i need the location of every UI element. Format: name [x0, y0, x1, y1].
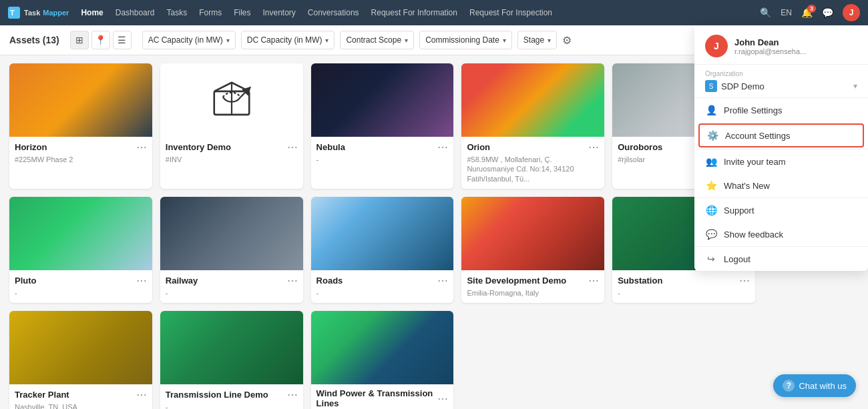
asset-more-button[interactable]: ⋯: [136, 274, 147, 287]
chat-button[interactable]: ? Chat with us: [773, 374, 856, 397]
nav-inventory[interactable]: Inventory: [262, 8, 295, 17]
account-settings-item[interactable]: ⚙️ Account Settings: [698, 123, 864, 147]
asset-name: Transmission Line Demo: [166, 390, 268, 400]
dropdown-avatar: J: [705, 35, 728, 57]
asset-name-row: Site Development Demo ⋯: [467, 274, 599, 287]
asset-subtitle: #225MW Phase 2: [15, 155, 147, 164]
asset-info: Transmission Line Demo ⋯ -: [160, 384, 303, 409]
asset-more-button[interactable]: ⋯: [136, 388, 147, 401]
asset-more-button[interactable]: ⋯: [437, 274, 448, 287]
logo-task: Task: [24, 9, 40, 17]
asset-name: Orion: [467, 142, 490, 152]
asset-card[interactable]: Pluto ⋯ -: [9, 197, 152, 303]
account-settings-label: Account Settings: [725, 131, 791, 141]
asset-info: Orion ⋯ #58.9MW , Mollafenari, Ç. Nuruos…: [461, 137, 604, 189]
messages-icon[interactable]: 💬: [822, 7, 833, 18]
asset-info: Inventory Demo ⋯ #INV: [160, 137, 303, 169]
asset-thumbnail: [160, 63, 303, 137]
map-view-button[interactable]: 📍: [91, 31, 110, 49]
asset-name: Substation: [618, 276, 662, 286]
asset-name: Pluto: [15, 276, 37, 286]
page-title: Assets (13): [9, 35, 59, 45]
logout-label: Logout: [724, 254, 750, 264]
asset-name-row: Inventory Demo ⋯: [166, 141, 298, 153]
chevron-down-icon[interactable]: ▾: [853, 81, 857, 91]
nav-forms[interactable]: Forms: [199, 8, 222, 17]
org-name[interactable]: S SDP Demo: [705, 80, 765, 92]
dc-capacity-filter[interactable]: DC Capacity (in MW) ▾: [241, 31, 335, 49]
org-icon: S: [705, 80, 717, 92]
asset-thumbnail: [461, 197, 604, 270]
column-settings-icon[interactable]: ⚙: [562, 34, 572, 47]
asset-more-button[interactable]: ⋯: [588, 274, 599, 287]
nav-rfinspection[interactable]: Request For Inspection: [469, 8, 552, 17]
support-label: Support: [724, 206, 754, 216]
asset-more-button[interactable]: ⋯: [287, 388, 298, 401]
nav-files[interactable]: Files: [234, 8, 250, 17]
asset-subtitle: Emilia-Romagna, Italy: [467, 288, 599, 298]
asset-card[interactable]: Orion ⋯ #58.9MW , Mollafenari, Ç. Nuruos…: [461, 63, 604, 189]
asset-more-button[interactable]: ⋯: [136, 141, 147, 153]
asset-thumbnail: [9, 311, 152, 384]
dc-capacity-label: DC Capacity (in MW): [247, 35, 322, 45]
stage-filter[interactable]: Stage ▾: [517, 31, 557, 49]
nav-tasks[interactable]: Tasks: [166, 8, 187, 17]
asset-card[interactable]: Roads ⋯ -: [311, 197, 454, 303]
asset-more-button[interactable]: ⋯: [437, 141, 448, 153]
map-icon: 📍: [95, 35, 106, 45]
asset-card[interactable]: Railway ⋯ -: [160, 197, 303, 303]
invite-team-label: Invite your team: [724, 157, 786, 167]
whats-new-item[interactable]: ⭐ What's New: [694, 173, 868, 197]
logout-item[interactable]: ↪ Logout: [694, 247, 868, 271]
notification-badge: 3: [807, 5, 816, 13]
settings-icon: ⚙️: [706, 129, 718, 141]
chevron-down-icon: ▾: [548, 37, 551, 44]
support-item[interactable]: 🌐 Support: [694, 198, 868, 222]
user-avatar-button[interactable]: J: [843, 4, 860, 21]
asset-card[interactable]: Transmission Line Demo ⋯ -: [160, 311, 303, 409]
asset-card[interactable]: Wind Power & Transmission Lines ⋯ #WPTL: [311, 311, 454, 409]
notifications-icon[interactable]: 🔔 3: [801, 7, 813, 18]
org-label: Organization: [705, 70, 857, 77]
asset-thumbnail: [160, 311, 303, 384]
profile-settings-item[interactable]: 👤 Profile Settings: [694, 98, 868, 122]
invite-team-item[interactable]: 👥 Invite your team: [694, 149, 868, 173]
asset-card[interactable]: Tracker Plant ⋯ Nashville, TN, USA: [9, 311, 152, 409]
list-icon: ☰: [118, 35, 126, 45]
asset-card[interactable]: Site Development Demo ⋯ Emilia-Romagna, …: [461, 197, 604, 303]
show-feedback-item[interactable]: 💬 Show feedback: [694, 222, 868, 246]
asset-thumbnail: [461, 63, 604, 137]
asset-info: Site Development Demo ⋯ Emilia-Romagna, …: [461, 270, 604, 303]
asset-more-button[interactable]: ⋯: [287, 141, 298, 153]
asset-more-button[interactable]: ⋯: [588, 141, 599, 153]
asset-more-button[interactable]: ⋯: [437, 392, 448, 405]
search-icon[interactable]: 🔍: [760, 7, 771, 18]
star-icon: ⭐: [705, 179, 717, 191]
asset-thumbnail: [160, 197, 303, 270]
chat-label: Chat with us: [799, 381, 847, 391]
asset-card[interactable]: Inventory Demo ⋯ #INV: [160, 63, 303, 189]
app-logo[interactable]: T TaskMapper: [8, 7, 69, 19]
asset-name-row: Horizon ⋯: [15, 141, 147, 153]
nav-rfi[interactable]: Request For Information: [371, 8, 457, 17]
contract-scope-filter[interactable]: Contract Scope ▾: [340, 31, 414, 49]
nav-conversations[interactable]: Conversations: [308, 8, 359, 17]
asset-info: Roads ⋯ -: [311, 270, 454, 303]
asset-name-row: Wind Power & Transmission Lines ⋯: [316, 388, 449, 408]
list-view-button[interactable]: ☰: [113, 31, 132, 49]
grid-view-button[interactable]: ⊞: [70, 31, 89, 49]
asset-thumbnail: [311, 63, 454, 137]
asset-more-button[interactable]: ⋯: [287, 274, 298, 287]
ac-capacity-filter[interactable]: AC Capacity (in MW) ▾: [142, 31, 236, 49]
asset-card[interactable]: Horizon ⋯ #225MW Phase 2: [9, 63, 152, 189]
nav-home[interactable]: Home: [81, 8, 103, 17]
language-selector[interactable]: EN: [781, 8, 792, 17]
commissioning-date-label: Commissioning Date: [425, 35, 499, 45]
profile-settings-label: Profile Settings: [724, 105, 782, 115]
asset-name-row: Substation ⋯: [618, 274, 750, 287]
commissioning-date-filter[interactable]: Commissioning Date ▾: [419, 31, 512, 49]
assets-grid: Horizon ⋯ #225MW Phase 2 Inventory Demo …: [0, 55, 765, 409]
asset-card[interactable]: Nebula ⋯ -: [311, 63, 454, 189]
asset-more-button[interactable]: ⋯: [739, 274, 750, 287]
nav-dashboard[interactable]: Dashboard: [116, 8, 155, 17]
